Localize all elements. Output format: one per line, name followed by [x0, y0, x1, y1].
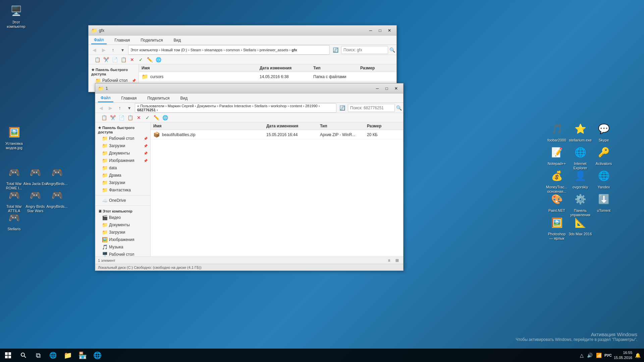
- desktop-icon-activators[interactable]: 🔑 Activators: [590, 144, 617, 166]
- paste-icon-front[interactable]: 📋: [126, 114, 134, 122]
- refresh-btn-front[interactable]: 🔄: [338, 104, 346, 112]
- ribbon-tab-view-front[interactable]: Вид: [177, 95, 190, 102]
- close-button-gfx[interactable]: ✕: [385, 27, 394, 34]
- refresh-btn-gfx[interactable]: 🔄: [331, 46, 340, 54]
- system-clock[interactable]: 16:55 15.05.2016: [614, 350, 632, 361]
- nav-back-gfx[interactable]: ◀: [90, 46, 99, 54]
- maximize-button-gfx[interactable]: □: [376, 27, 384, 34]
- ribbon-tab-file-front[interactable]: Файл: [98, 94, 113, 102]
- sidebar-onedrive-front[interactable]: ☁️ OneDrive: [95, 197, 150, 204]
- view-list-btn-front[interactable]: ≡: [386, 257, 392, 263]
- nav-up-front[interactable]: ↑: [115, 104, 124, 112]
- desktop-icon-ovgorskiy[interactable]: 👤 ovgorskiy: [567, 168, 594, 189]
- nav-up-gfx[interactable]: ↑: [109, 46, 117, 54]
- search-btn-gfx[interactable]: 🔍: [389, 47, 395, 53]
- desktop-icon-angrybirds2[interactable]: 🎮 AngryBirds...: [44, 187, 70, 209]
- ribbon-tab-file-gfx[interactable]: Файл: [91, 36, 107, 44]
- address-bar-gfx[interactable]: Этот компьютер › Новый том (D:) › Steam …: [128, 45, 330, 55]
- desktop-icon-ustanovka[interactable]: 🖼️ Установкамодов.jpg: [1, 124, 28, 150]
- copy-path-icon-gfx[interactable]: 📋: [93, 56, 101, 64]
- notification-icon[interactable]: 🔔: [634, 353, 641, 358]
- nav-forward-gfx[interactable]: ▶: [99, 46, 108, 54]
- desktop-icon-foobar[interactable]: 🎵 foobar2000: [543, 121, 570, 142]
- sidebar-drama-front[interactable]: 📁 Драма: [95, 172, 150, 179]
- sidebar-fantasy-front[interactable]: 📁 Фантастика: [95, 186, 150, 194]
- window-titlebar-front[interactable]: 📁 1 ─ □ ✕: [95, 83, 403, 94]
- sidebar-video-front[interactable]: 🎬 Видео: [95, 214, 150, 221]
- desktop-icon-angrybirds1[interactable]: 🎮 AngryBirds...: [44, 164, 70, 186]
- this-computer-header-front[interactable]: 🖥 Этот компьютер: [95, 207, 150, 214]
- taskbar-edge-btn[interactable]: 🌐: [46, 349, 60, 362]
- sidebar-music-front[interactable]: 🎵 Музыка: [95, 243, 150, 251]
- nav-forward-front[interactable]: ▶: [106, 104, 115, 112]
- globe-icon-front[interactable]: 🌐: [161, 114, 169, 122]
- close-button-front[interactable]: ✕: [392, 85, 400, 92]
- paste-icon-gfx[interactable]: 📋: [119, 56, 127, 64]
- check-icon-front[interactable]: ✓: [144, 114, 152, 122]
- taskbar-store-btn[interactable]: 🏪: [75, 349, 90, 362]
- desktop-icon-stellarium[interactable]: ⭐ stellarium.exe: [567, 121, 594, 142]
- sidebar-desktop-front[interactable]: 📁 Рабочий стол 📌: [95, 135, 150, 142]
- cut-icon-gfx[interactable]: ✂️: [102, 56, 110, 64]
- minimize-button-front[interactable]: ─: [373, 85, 382, 92]
- ribbon-tab-home-front[interactable]: Главная: [119, 95, 140, 102]
- ribbon-tab-share-gfx[interactable]: Поделиться: [138, 37, 165, 44]
- minimize-button-gfx[interactable]: ─: [366, 27, 375, 34]
- search-input-front[interactable]: [348, 104, 395, 112]
- sidebar-images-front[interactable]: 📁 Изображения 📌: [95, 157, 150, 164]
- ribbon-tab-view-gfx[interactable]: Вид: [171, 37, 183, 44]
- nav-back-front[interactable]: ◀: [97, 104, 105, 112]
- ribbon-tab-share-front[interactable]: Поделиться: [145, 95, 172, 102]
- check-icon-gfx[interactable]: ✓: [137, 56, 145, 64]
- language-indicator[interactable]: РУС: [604, 353, 612, 357]
- desktop-icon-3dsmax[interactable]: 📐 3ds Max 2016: [567, 215, 594, 236]
- tray-volume[interactable]: 🔊: [586, 353, 593, 358]
- file-row-cursors[interactable]: 📁cursors 14.05.2016 6:38 Папка с файлами: [139, 72, 396, 81]
- copy-icon-gfx[interactable]: 📄: [111, 56, 119, 64]
- sidebar-data-front[interactable]: 📁 data: [95, 164, 150, 172]
- sidebar-downloads-front2[interactable]: 📁 Загрузки: [95, 179, 150, 186]
- copy-path-icon-front[interactable]: 📋: [100, 114, 108, 122]
- taskbar-explorer-btn[interactable]: 📁: [60, 349, 75, 362]
- sidebar-downloads-front1[interactable]: 📁 Загрузки 📌: [95, 142, 150, 149]
- tray-up-arrow[interactable]: △: [579, 353, 584, 358]
- address-bar-front[interactable]: « Пользователи › Маркин Сергей › Докумен…: [135, 103, 336, 113]
- sidebar-docs2-front[interactable]: 📁 Документы: [95, 221, 150, 229]
- ribbon-tab-home-gfx[interactable]: Главная: [112, 37, 133, 44]
- delete-icon-gfx[interactable]: ✕: [128, 56, 136, 64]
- search-input-gfx[interactable]: [341, 46, 388, 54]
- taskbar-search-btn[interactable]: [16, 349, 31, 362]
- file-row-beautifulbattles[interactable]: 📦 beautifulbattles.zip 15.05.2016 16:44 …: [151, 130, 403, 139]
- sidebar-dl2-front[interactable]: 📁 Загрузки: [95, 229, 150, 236]
- desktop-icon-utorrent[interactable]: ⬇️ uTorrent: [590, 191, 617, 213]
- desktop-icon-control-panel[interactable]: ⚙️ Панельуправления: [567, 191, 594, 217]
- desktop-icon-yandex[interactable]: 🌐 Yandex: [590, 168, 617, 189]
- maximize-button-front[interactable]: □: [382, 85, 391, 92]
- sidebar-desktop2-front[interactable]: 🖥️ Рабочий стол: [95, 251, 150, 256]
- cut-icon-front[interactable]: ✂️: [109, 114, 117, 122]
- nav-recent-front[interactable]: ▾: [125, 104, 133, 112]
- quick-access-header-gfx[interactable]: ★ Панель быстрого доступа: [89, 66, 139, 77]
- view-grid-btn-front[interactable]: ⊞: [394, 257, 400, 263]
- sidebar-img2-front[interactable]: 🖼️ Изображения: [95, 236, 150, 243]
- delete-icon-front[interactable]: ✕: [135, 114, 143, 122]
- sidebar-documents-front[interactable]: 📁 Документы 📌: [95, 149, 150, 157]
- desktop-icon-photoshop[interactable]: 🖼️ Photoshop— ярлык: [543, 215, 570, 241]
- desktop-icon-ie[interactable]: 🌐 InternetExplorer: [567, 144, 594, 170]
- taskbar-task-view-btn[interactable]: ⧉: [31, 349, 46, 362]
- search-btn-front[interactable]: 🔍: [396, 105, 402, 111]
- desktop-icon-skype[interactable]: 💬 Skype: [590, 121, 617, 142]
- globe-icon-gfx[interactable]: 🌐: [154, 56, 162, 64]
- desktop-icon-mycomputer[interactable]: 🖥️ Этоткомпьютер: [3, 3, 30, 29]
- tray-network[interactable]: 📶: [595, 353, 602, 358]
- desktop-icon-stellaris[interactable]: 🎮 Stellaris: [1, 209, 28, 231]
- desktop-icon-notepad[interactable]: 📝 Notepad++: [543, 144, 570, 166]
- desktop-icon-paintnet[interactable]: 🎨 Paint.NET: [543, 191, 570, 213]
- nav-recent-gfx[interactable]: ▾: [118, 46, 127, 54]
- rename-icon-front[interactable]: ✏️: [152, 114, 160, 122]
- copy-icon-front[interactable]: 📄: [117, 114, 125, 122]
- taskbar-yandex-btn[interactable]: 🌐: [90, 349, 105, 362]
- start-button[interactable]: [0, 349, 16, 362]
- desktop-icon-moneytrack[interactable]: 💰 MoneyTrac...основная...: [543, 168, 570, 194]
- quick-access-header-front[interactable]: ★ Панель быстрого доступа: [95, 124, 150, 135]
